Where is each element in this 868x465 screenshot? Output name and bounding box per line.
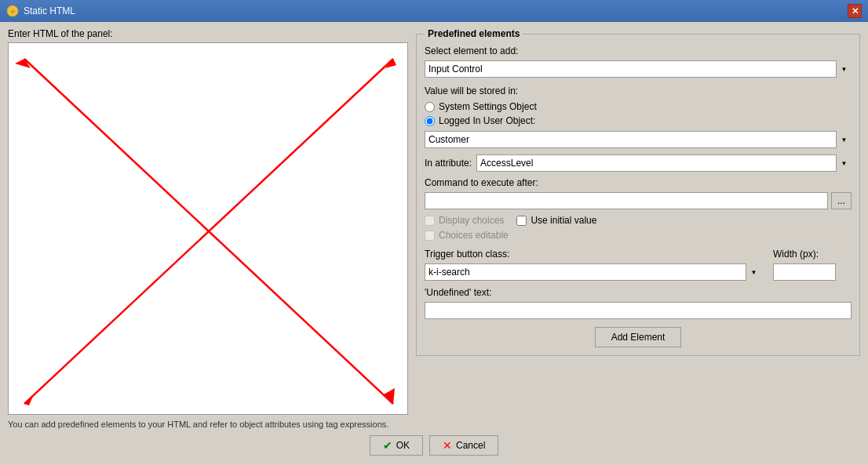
right-panel: Predefined elements Select element to ad… — [416, 28, 860, 415]
trigger-right: Width (px): — [773, 249, 852, 281]
cancel-icon: ✕ — [443, 439, 452, 452]
attribute-select-wrapper: AccessLevel ▼ — [476, 154, 852, 172]
trigger-left: Trigger button class: k-i-search ▼ — [425, 249, 761, 281]
width-label: Width (px): — [773, 249, 852, 260]
command-label: Command to execute after: — [425, 177, 852, 188]
title-bar: ★ Static HTML ✕ — [0, 0, 868, 22]
predefined-elements-group: Predefined elements Select element to ad… — [416, 28, 860, 356]
radio-system-label: System Settings Object — [439, 101, 537, 112]
display-choices-row: Display choices — [425, 215, 504, 226]
title-bar-left: ★ Static HTML — [6, 5, 75, 17]
svg-marker-7 — [24, 394, 34, 405]
main-area: Enter HTML of the panel: Predefined elem… — [8, 28, 860, 415]
use-initial-label: Use initial value — [531, 215, 596, 226]
display-choices-label: Display choices — [439, 215, 504, 226]
width-input[interactable] — [773, 263, 836, 281]
bottom-hint: You can add predefined elements to your … — [8, 420, 860, 429]
ok-button[interactable]: ✔ OK — [370, 435, 423, 456]
trigger-select-wrapper: k-i-search ▼ — [425, 263, 761, 281]
in-attribute-row: In attribute: AccessLevel ▼ — [425, 154, 852, 172]
trigger-section: Trigger button class: k-i-search ▼ Width… — [425, 249, 852, 281]
use-initial-checkbox[interactable] — [516, 216, 527, 226]
close-button[interactable]: ✕ — [848, 4, 862, 18]
customer-select-wrapper: Customer ▼ — [425, 131, 852, 148]
customer-select[interactable]: Customer — [425, 131, 852, 148]
select-element-label: Select element to add: — [425, 45, 852, 56]
trigger-label: Trigger button class: — [425, 249, 761, 260]
attribute-select[interactable]: AccessLevel — [476, 154, 852, 172]
main-window: ★ Static HTML ✕ Enter HTML of the panel: — [0, 0, 868, 465]
radio-user[interactable] — [425, 116, 435, 126]
command-row: ... — [425, 192, 852, 209]
undefined-text-label: 'Undefined' text: — [425, 287, 852, 298]
canvas-x-lines — [9, 43, 407, 414]
window-body: Enter HTML of the panel: Predefined elem… — [0, 22, 868, 465]
choices-editable-row: Choices editable — [425, 230, 852, 241]
command-input[interactable] — [425, 192, 828, 209]
use-initial-row: Use initial value — [516, 215, 596, 226]
value-stored-label: Value will be stored in: — [425, 85, 852, 96]
window-title: Static HTML — [24, 5, 75, 16]
radio-system-row: System Settings Object — [425, 101, 852, 112]
ok-icon: ✔ — [383, 439, 392, 452]
radio-user-row: Logged In User Object: — [425, 115, 852, 126]
app-icon: ★ — [6, 5, 19, 17]
radio-user-label: Logged In User Object: — [439, 115, 535, 126]
in-attribute-label: In attribute: — [425, 158, 472, 169]
html-canvas[interactable] — [8, 42, 408, 415]
trigger-select[interactable]: k-i-search — [425, 263, 761, 281]
display-choices-checkbox[interactable] — [425, 216, 435, 226]
left-panel: Enter HTML of the panel: — [8, 28, 408, 415]
radio-system[interactable] — [425, 102, 435, 112]
html-panel-label: Enter HTML of the panel: — [8, 28, 408, 39]
add-element-button[interactable]: Add Element — [595, 327, 682, 347]
choices-editable-checkbox[interactable] — [425, 231, 435, 241]
cancel-label: Cancel — [456, 440, 485, 451]
radio-group: System Settings Object Logged In User Ob… — [425, 101, 852, 126]
element-select[interactable]: Input Control — [425, 60, 852, 78]
group-legend-label: Predefined elements — [425, 28, 523, 39]
ok-label: OK — [396, 440, 410, 451]
browse-button[interactable]: ... — [831, 192, 852, 209]
undefined-text-input[interactable] — [425, 302, 852, 319]
choices-editable-label: Choices editable — [439, 230, 509, 241]
element-select-wrapper: Input Control ▼ — [425, 60, 852, 78]
svg-text:★: ★ — [9, 7, 16, 16]
cancel-button[interactable]: ✕ Cancel — [429, 435, 498, 456]
bottom-buttons: ✔ OK ✕ Cancel — [8, 429, 860, 459]
